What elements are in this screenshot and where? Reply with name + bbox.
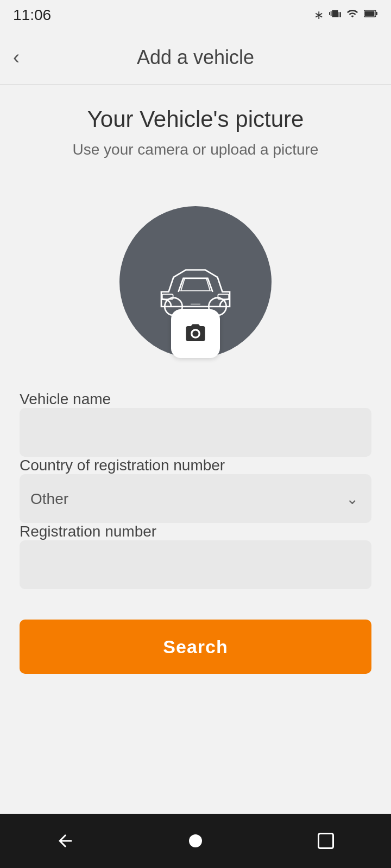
home-nav-button[interactable]: [186, 831, 205, 851]
main-content: Your Vehicle's picture Use your camera o…: [0, 85, 391, 706]
svg-rect-1: [376, 12, 377, 15]
back-nav-button[interactable]: [55, 831, 75, 851]
section-title: Your Vehicle's picture: [20, 106, 371, 132]
vehicle-name-input[interactable]: [20, 408, 371, 457]
svg-rect-10: [319, 834, 333, 848]
svg-point-9: [189, 834, 202, 847]
camera-button[interactable]: [171, 309, 220, 358]
vibrate-icon: [329, 8, 341, 23]
country-select[interactable]: Other United Kingdom United States Franc…: [20, 474, 371, 523]
status-bar: 11:06 ∗: [0, 0, 391, 30]
signal-icon: [346, 8, 358, 23]
page-header: ‹ Add a vehicle: [0, 30, 391, 85]
country-select-wrapper: Other United Kingdom United States Franc…: [20, 474, 371, 523]
country-label: Country of registration number: [20, 457, 225, 474]
home-nav-icon: [186, 831, 205, 851]
page-title: Add a vehicle: [137, 46, 254, 69]
vehicle-avatar-container: [20, 184, 371, 358]
svg-rect-2: [365, 11, 375, 16]
camera-icon: [184, 322, 207, 345]
vehicle-name-label: Vehicle name: [20, 391, 111, 407]
status-icons: ∗: [314, 8, 378, 23]
bottom-nav: [0, 814, 391, 868]
recent-nav-button[interactable]: [316, 831, 336, 851]
search-button[interactable]: Search: [20, 620, 371, 674]
section-subtitle: Use your camera or upload a picture: [20, 141, 371, 158]
back-nav-icon: [55, 831, 75, 851]
recent-nav-icon: [316, 831, 336, 851]
back-button[interactable]: ‹: [13, 46, 20, 69]
registration-input[interactable]: [20, 540, 371, 589]
battery-icon: [364, 8, 378, 23]
registration-label: Registration number: [20, 523, 156, 540]
bluetooth-icon: ∗: [314, 8, 324, 22]
status-time: 11:06: [13, 7, 51, 24]
